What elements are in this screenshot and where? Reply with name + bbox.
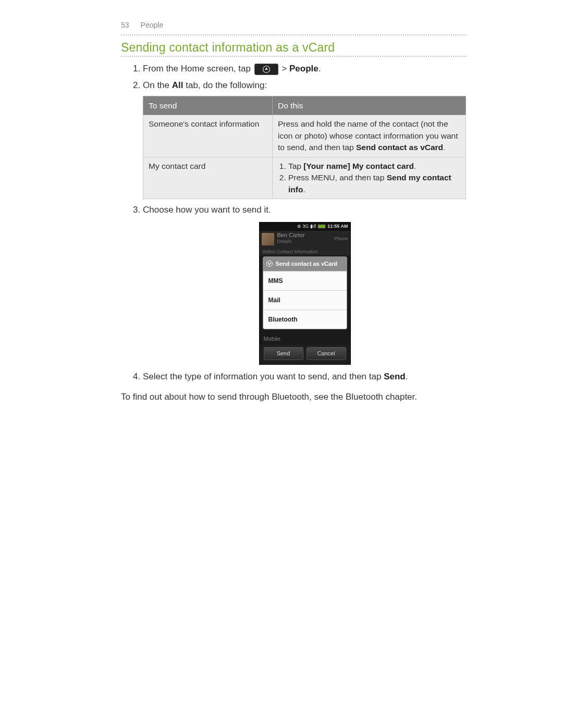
substeps-list: Tap [Your name] My contact card. Press M… — [278, 161, 460, 195]
sub1-prefix: Tap — [288, 162, 303, 170]
page-number: 53 — [121, 21, 129, 29]
dialog-option-bluetooth[interactable]: Bluetooth — [263, 310, 347, 329]
step-1-bold: People — [289, 64, 319, 73]
r0-bold: Send contact as vCard — [356, 143, 443, 152]
breadcrumb-section: People — [141, 21, 164, 29]
header-divider — [121, 34, 467, 35]
step-2: On the All tab, do the following: To sen… — [143, 79, 467, 200]
avatar — [262, 233, 274, 245]
contact-sub: Details — [277, 238, 305, 245]
step-1: From the Home screen, tap > People. — [143, 62, 467, 76]
document-page: 53 People Sending contact information as… — [0, 0, 563, 425]
dialog-button-row: Send Cancel — [260, 345, 350, 364]
substep-2: Press MENU, and then tap Send my contact… — [288, 172, 460, 195]
section-title: Sending contact information as a vCard — [121, 41, 467, 55]
cell-dothis-1: Tap [Your name] My contact card. Press M… — [273, 157, 466, 199]
page-header: 53 People — [121, 21, 467, 34]
step-4: Select the type of information you want … — [143, 370, 467, 384]
dialog-title-bar: Send contact as vCard — [263, 257, 347, 271]
step-1-sep: > — [282, 64, 289, 73]
step-1-prefix: From the Home screen, tap — [143, 64, 253, 73]
battery-icon — [318, 225, 325, 228]
step-3: Choose how you want to send it. — [143, 203, 467, 217]
th-do-this: Do this — [273, 96, 466, 115]
dialog-option-mail[interactable]: Mail — [263, 290, 347, 310]
field-label-mobile: Mobile — [260, 332, 350, 346]
sub2-prefix: Press MENU, and then tap — [288, 173, 387, 182]
step-4-suffix: . — [406, 372, 408, 381]
steps-list: From the Home screen, tap > People. On t… — [121, 62, 467, 383]
apps-launcher-icon — [254, 64, 278, 75]
phone-mock: ⊕ 3G ▮ıll 11:55 AM Ben Carter Details Ph… — [259, 222, 351, 365]
dimmed-caption: Select Contact Information — [260, 248, 350, 256]
dialog-option-mms[interactable]: MMS — [263, 271, 347, 290]
chevron-down-icon — [266, 261, 273, 267]
cell-dothis-0: Press and hold the name of the contact (… — [273, 115, 466, 157]
substep-1: Tap [Your name] My contact card. — [288, 161, 460, 172]
contact-name-block: Ben Carter Details — [277, 232, 305, 245]
phone-statusbar: ⊕ 3G ▮ıll 11:55 AM — [260, 223, 350, 231]
clock-label: 11:55 AM — [327, 223, 348, 230]
step-1-end: . — [319, 64, 321, 73]
contact-header: Ben Carter Details Phone — [260, 231, 350, 248]
dialog-title-text: Send contact as vCard — [276, 260, 338, 268]
sub1-bold: [Your name] My contact card — [303, 162, 414, 170]
phone-type-tag: Phone — [334, 236, 348, 243]
sub1-suffix: . — [414, 162, 416, 170]
title-divider — [121, 56, 467, 57]
sub2-suffix: . — [303, 185, 305, 194]
r0-suffix: . — [443, 143, 445, 152]
table-row: My contact card Tap [Your name] My conta… — [143, 157, 466, 199]
send-vcard-dialog: Send contact as vCard MMS Mail Bluetooth — [263, 256, 347, 329]
table-row: Someone's contact information Press and … — [143, 115, 466, 157]
step-2-prefix: On the — [143, 80, 172, 90]
send-button[interactable]: Send — [264, 347, 303, 360]
instructions-table: To send Do this Someone's contact inform… — [143, 96, 466, 199]
cell-tosend-0: Someone's contact information — [143, 115, 273, 157]
step-2-suffix: tab, do the following: — [183, 80, 267, 90]
phone-illustration-wrap: ⊕ 3G ▮ıll 11:55 AM Ben Carter Details Ph… — [143, 222, 467, 365]
step-4-bold: Send — [384, 372, 406, 381]
step-4-prefix: Select the type of information you want … — [143, 372, 384, 381]
cell-tosend-1: My contact card — [143, 157, 273, 199]
status-icons: ⊕ 3G ▮ıll — [297, 223, 316, 230]
step-2-bold: All — [172, 80, 183, 90]
contact-name: Ben Carter — [277, 232, 305, 238]
cancel-button[interactable]: Cancel — [307, 347, 346, 360]
closing-paragraph: To find out about how to send through Bl… — [121, 390, 467, 404]
th-to-send: To send — [143, 96, 273, 115]
